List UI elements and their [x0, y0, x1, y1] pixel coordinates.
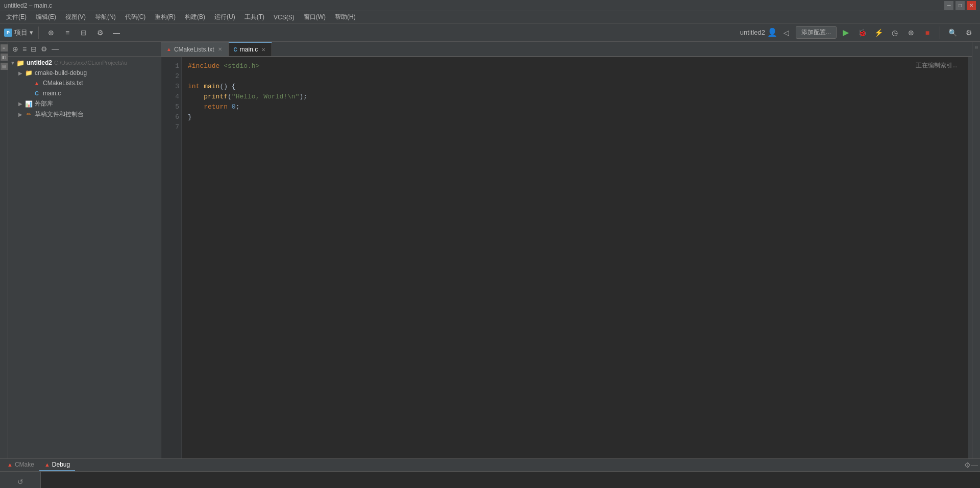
search-everywhere-button[interactable]: 🔍 — [945, 25, 960, 40]
editor-area: ▲ CMakeLists.txt ✕ C main.c ✕ 1 2 3 4 5 … — [161, 42, 972, 458]
c-file-icon: C — [33, 89, 41, 97]
debug-restart-btn[interactable]: ↺ — [14, 476, 27, 488]
tab-cmake-bottom[interactable]: ▲ CMake — [2, 459, 39, 471]
close-panel-button[interactable]: — — [109, 25, 124, 40]
right-scrollbar[interactable] — [968, 57, 972, 458]
tree-scratches-arrow: ▶ — [18, 112, 24, 117]
list-button[interactable]: ≡ — [60, 25, 75, 40]
left-icon-1[interactable]: ≡ — [1, 44, 8, 52]
editor-tabs: ▲ CMakeLists.txt ✕ C main.c ✕ — [161, 42, 972, 57]
tree-root-label: untitled2 — [27, 59, 52, 66]
line-num-1: 1 — [163, 61, 179, 71]
debug-main-area — [41, 472, 980, 488]
project-icon: P — [4, 29, 12, 37]
menu-vcs[interactable]: VCS(S) — [270, 13, 299, 22]
menu-window[interactable]: 窗口(W) — [300, 12, 330, 22]
menu-tools[interactable]: 工具(T) — [240, 12, 268, 22]
settings-button[interactable]: ⚙ — [962, 25, 976, 40]
tab-debug-bottom[interactable]: ▲ Debug — [39, 459, 75, 471]
project-collapse-btn[interactable]: ⊟ — [30, 44, 38, 54]
menu-code[interactable]: 代码(C) — [121, 12, 150, 22]
cmake-file-icon: ▲ — [33, 79, 41, 87]
project-list-btn[interactable]: ≡ — [21, 44, 28, 54]
title-bar: untitled2 – main.c ─ □ ✕ — [0, 0, 980, 11]
line-num-2: 2 — [163, 71, 179, 82]
code-content[interactable]: #include <stdio.h> int main() { printf("… — [182, 57, 968, 126]
project-folder-icon: 📁 — [16, 59, 24, 67]
menu-refactor[interactable]: 重构(R) — [151, 12, 180, 22]
stop-button[interactable]: ■ — [920, 25, 935, 40]
line-num-4: 4 — [163, 92, 179, 102]
project-sync-btn[interactable]: ⊕ — [11, 44, 19, 54]
project-selector[interactable]: P 项目 ▾ — [4, 28, 33, 37]
tree-root-arrow: ▼ — [10, 60, 16, 66]
back-button[interactable]: ◁ — [779, 25, 794, 40]
tab-mainc-label: main.c — [240, 46, 258, 53]
sync-button[interactable]: ⊕ — [44, 25, 58, 40]
main-content: ≡ ◧ ▤ ⊕ ≡ ⊟ ⚙ — ▼ 📁 untitled2 C:\Users\x… — [0, 42, 980, 458]
indexing-status: 正在编制索引... — [916, 61, 958, 70]
right-edge-icons: ≡ — [972, 42, 980, 458]
tree-external-libs[interactable]: ▶ 📊 外部库 — [8, 98, 161, 109]
tab-cmakelists[interactable]: ▲ CMakeLists.txt ✕ — [161, 42, 229, 56]
project-tree: ▼ 📁 untitled2 C:\Users\xxx\CLionProjects… — [8, 57, 161, 458]
menu-run[interactable]: 运行(U) — [210, 12, 239, 22]
coverage-button[interactable]: ◷ — [888, 25, 902, 40]
tree-cmake-build[interactable]: ▶ 📁 cmake-build-debug — [8, 68, 161, 78]
library-icon: 📊 — [24, 100, 33, 108]
project-toolbar: ⊕ ≡ ⊟ ⚙ — — [8, 42, 161, 57]
bottom-content: ↺ ↑ ■ ↓ ⊕ ⊟ ⬇ ⚙ 🗑 — [0, 472, 980, 488]
menu-edit[interactable]: 编辑(E) — [32, 12, 60, 22]
menu-view[interactable]: 视图(V) — [61, 12, 90, 22]
close-button[interactable]: ✕ — [967, 1, 976, 10]
tab-mainc[interactable]: C main.c ✕ — [229, 42, 273, 56]
window-title: untitled2 – main.c — [4, 2, 944, 9]
debug-bottom-icon: ▲ — [44, 461, 50, 468]
left-icon-3[interactable]: ▤ — [1, 63, 8, 70]
menu-build[interactable]: 构建(B) — [181, 12, 209, 22]
tab-cmakelists-label: CMakeLists.txt — [174, 46, 214, 53]
project-panel: ⊕ ≡ ⊟ ⚙ — ▼ 📁 untitled2 C:\Users\xxx\CLi… — [8, 42, 161, 458]
run-button[interactable]: ▶ — [839, 25, 853, 40]
tree-cmakelists[interactable]: ▲ CMakeLists.txt — [8, 78, 161, 88]
profile-button[interactable]: ⚡ — [871, 25, 886, 40]
toolbar: P 项目 ▾ ⊕ ≡ ⊟ ⚙ — untitled2 👤 ◁ 添加配置... ▶… — [0, 23, 980, 42]
project-settings-btn[interactable]: ⚙ — [40, 44, 48, 54]
debug-run-button[interactable]: 🐞 — [855, 25, 869, 40]
project-minimize-btn[interactable]: — — [51, 44, 60, 54]
tree-mainc-label: main.c — [43, 90, 61, 97]
menu-help[interactable]: 帮助(H) — [331, 12, 360, 22]
bottom-settings-button[interactable]: ⚙ — [964, 461, 971, 469]
right-icon-1[interactable]: ≡ — [972, 44, 980, 51]
toolbar-sep-2 — [940, 27, 940, 39]
tree-mainc[interactable]: C main.c — [8, 88, 161, 98]
line-num-5: 5 — [163, 102, 179, 112]
tree-scratches[interactable]: ▶ ✏ 草稿文件和控制台 — [8, 109, 161, 120]
bottom-minimize-button[interactable]: — — [971, 461, 978, 469]
tab-mainc-close[interactable]: ✕ — [260, 47, 266, 53]
tree-root-path: C:\Users\xxx\CLionProjects\u — [54, 60, 127, 66]
line-numbers: 1 2 3 4 5 6 7 — [161, 57, 182, 458]
menu-navigate[interactable]: 导航(N) — [91, 12, 120, 22]
cmake-tab-icon: ▲ — [166, 46, 172, 52]
project-label: 项目 — [14, 28, 28, 37]
line-num-7: 7 — [163, 122, 179, 133]
valgrind-button[interactable]: ⊕ — [904, 25, 918, 40]
line-num-3: 3 — [163, 82, 179, 92]
tab-debug-bottom-label: Debug — [52, 461, 70, 468]
collapse-button[interactable]: ⊟ — [77, 25, 91, 40]
tree-root[interactable]: ▼ 📁 untitled2 C:\Users\xxx\CLionProjects… — [8, 58, 161, 68]
maximize-button[interactable]: □ — [955, 1, 965, 10]
tab-cmakelists-close[interactable]: ✕ — [217, 46, 223, 52]
settings-gear-icon[interactable]: ⚙ — [93, 25, 107, 40]
window-controls: ─ □ ✕ — [944, 1, 976, 10]
menu-file[interactable]: 文件(E) — [2, 12, 31, 22]
cmake-bottom-icon: ▲ — [7, 461, 13, 468]
add-config-button[interactable]: 添加配置... — [796, 26, 837, 39]
minimize-button[interactable]: ─ — [944, 1, 953, 10]
bottom-panel: ▲ CMake ▲ Debug ⚙ — ↺ ↑ ■ ↓ ⊕ ⊟ ⬇ ⚙ 🗑 — [0, 458, 980, 488]
left-icon-2[interactable]: ◧ — [1, 54, 8, 61]
editor-wrapper[interactable]: #include <stdio.h> int main() { printf("… — [182, 57, 968, 458]
code-editor[interactable]: 1 2 3 4 5 6 7 #include <stdio.h> int mai… — [161, 57, 972, 458]
cmake-build-folder-icon: 📁 — [24, 69, 33, 77]
